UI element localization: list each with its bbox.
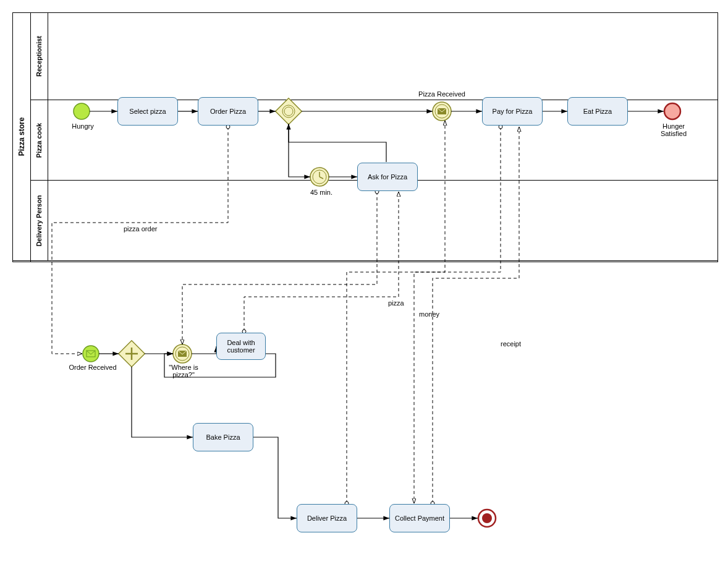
- task-eat-pizza-label: Eat Pizza: [583, 108, 612, 115]
- message-event-where-pizza: [173, 344, 192, 363]
- svg-rect-14: [119, 341, 145, 367]
- label-hungry: Hungry: [69, 122, 96, 130]
- task-ask-pizza-label: Ask for Pizza: [368, 173, 407, 181]
- pool-store: Pizza store Receptionist Pizza cook Deli…: [12, 12, 718, 261]
- task-bake-pizza: Bake Pizza: [193, 423, 253, 451]
- svg-point-18: [176, 347, 189, 361]
- lane-receptionist: Receptionist: [30, 13, 717, 100]
- label-msg-money: money: [419, 310, 450, 318]
- label-order-received: Order Received: [68, 364, 117, 371]
- svg-rect-19: [178, 351, 187, 357]
- task-select-pizza-label: Select pizza: [129, 108, 166, 115]
- lane-title-delivery: Delivery Person: [30, 181, 48, 261]
- label-45min: 45 min.: [306, 189, 337, 196]
- lane-title-cook-label: Pizza cook: [35, 123, 43, 158]
- lane-title-delivery-label: Delivery Person: [35, 195, 43, 246]
- task-deal-customer: Deal with customer: [216, 333, 266, 360]
- task-deliver-pizza: Deliver Pizza: [297, 504, 357, 532]
- task-pay-pizza-label: Pay for Pizza: [493, 108, 533, 115]
- task-ask-pizza: Ask for Pizza: [357, 163, 418, 191]
- label-msg-receipt: receipt: [501, 340, 531, 348]
- label-where-pizza: "Where is pizza?": [166, 364, 201, 378]
- lane-delivery: Delivery Person: [30, 180, 717, 261]
- task-collect-payment: Collect Payment: [389, 504, 450, 532]
- task-order-pizza: Order Pizza: [198, 97, 258, 126]
- flow-bake-deliver: [253, 437, 297, 518]
- start-event-order-received: [83, 346, 99, 362]
- lane-title-receptionist: Receptionist: [30, 13, 48, 100]
- pool-title-store-label: Pizza store: [17, 117, 26, 156]
- task-eat-pizza: Eat Pizza: [567, 97, 628, 126]
- svg-rect-13: [87, 351, 95, 357]
- label-msg-pizza-order: pizza order: [124, 225, 167, 233]
- bpmn-canvas: Pizza Customer Pizza store Receptionist …: [12, 12, 717, 563]
- svg-point-21: [482, 513, 492, 523]
- svg-point-17: [173, 344, 192, 363]
- label-pizza-received: Pizza Received: [414, 90, 470, 98]
- pool-title-store: Pizza store: [13, 13, 31, 260]
- task-deliver-pizza-label: Deliver Pizza: [307, 514, 347, 522]
- task-deal-customer-label: Deal with customer: [219, 339, 263, 354]
- task-select-pizza: Select pizza: [117, 97, 178, 126]
- task-collect-payment-label: Collect Payment: [395, 514, 444, 522]
- svg-point-20: [478, 510, 496, 527]
- task-bake-pizza-label: Bake Pizza: [206, 433, 240, 441]
- label-msg-pizza: pizza: [388, 299, 413, 307]
- lane-title-receptionist-label: Receptionist: [35, 36, 43, 77]
- task-order-pizza-label: Order Pizza: [210, 108, 246, 115]
- end-event-store: [478, 510, 496, 527]
- svg-point-12: [83, 346, 99, 362]
- label-hunger-satisfied: Hunger Satisfied: [656, 122, 691, 137]
- parallel-gateway: [119, 341, 145, 367]
- flow-wherepizza-deal: [192, 346, 216, 354]
- task-pay-pizza: Pay for Pizza: [482, 97, 543, 126]
- lane-title-cook: Pizza cook: [30, 100, 48, 181]
